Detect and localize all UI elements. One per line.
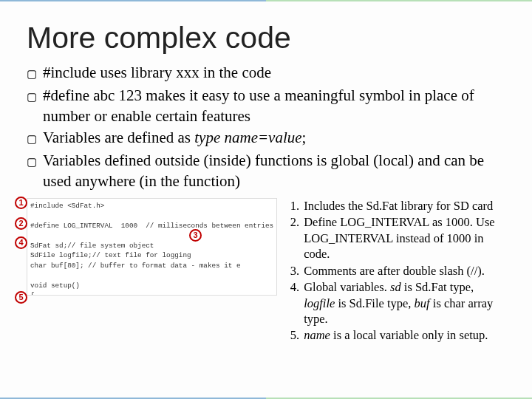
note-item: 5. name is a local variable only in setu… xyxy=(284,327,505,343)
note-number: 2. xyxy=(284,214,304,262)
callout-marker-1: 1 xyxy=(15,197,27,209)
bullet-text: Variables defined outside (inside) funct… xyxy=(43,151,505,191)
note-item: 1.Includes the Sd.Fat library for SD car… xyxy=(284,198,505,214)
bullet-list: ▢ #include uses library xxx in the code … xyxy=(27,63,505,192)
slide-title: More complex code xyxy=(27,21,505,55)
bullet-square-icon: ▢ xyxy=(27,151,43,191)
slide: More complex code ▢ #include uses librar… xyxy=(0,0,532,352)
bullet-square-icon: ▢ xyxy=(27,63,43,84)
note-number: 1. xyxy=(284,198,304,214)
note-text: Define LOG_INTERVAL as 1000. Use LOG_INT… xyxy=(304,214,505,262)
lower-row: #include <SdFat.h> #define LOG_INTERVAL … xyxy=(27,198,505,344)
bullet-square-icon: ▢ xyxy=(27,128,43,149)
note-text: Includes the Sd.Fat library for SD card xyxy=(304,198,505,214)
code-snippet: #include <SdFat.h> #define LOG_INTERVAL … xyxy=(27,198,277,296)
code-column: #include <SdFat.h> #define LOG_INTERVAL … xyxy=(27,198,277,344)
note-item: 4.Global variables. sd is Sd.Fat type, l… xyxy=(284,279,505,327)
note-item: 2.Define LOG_INTERVAL as 1000. Use LOG_I… xyxy=(284,214,505,262)
bullet-text: #define abc 123 makes it easy to use a m… xyxy=(43,86,505,126)
bullet-item: ▢ #define abc 123 makes it easy to use a… xyxy=(27,86,505,126)
bullet-item: ▢ Variables are defined as type name=val… xyxy=(27,128,505,149)
note-text: Global variables. sd is Sd.Fat type, log… xyxy=(304,279,505,327)
callout-marker-3: 3 xyxy=(189,229,202,242)
note-number: 5. xyxy=(284,327,304,343)
bullet-item: ▢ Variables defined outside (inside) fun… xyxy=(27,151,505,191)
callout-marker-5: 5 xyxy=(15,291,27,304)
note-text: Comments are after double slash (//). xyxy=(304,263,505,279)
note-item: 3.Comments are after double slash (//). xyxy=(284,263,505,279)
slide-top-border xyxy=(0,0,532,1)
notes-column: 1.Includes the Sd.Fat library for SD car… xyxy=(284,198,505,344)
note-text: name is a local variable only in setup. xyxy=(304,327,505,343)
bullet-square-icon: ▢ xyxy=(27,86,43,126)
note-number: 3. xyxy=(284,263,304,279)
callout-marker-2: 2 xyxy=(15,217,27,230)
bullet-text: Variables are defined as type name=value… xyxy=(43,128,505,149)
callout-marker-4: 4 xyxy=(15,236,27,249)
bullet-text: #include uses library xxx in the code xyxy=(43,63,505,84)
note-number: 4. xyxy=(284,279,304,327)
bullet-item: ▢ #include uses library xxx in the code xyxy=(27,63,505,84)
notes-list: 1.Includes the Sd.Fat library for SD car… xyxy=(284,198,505,344)
